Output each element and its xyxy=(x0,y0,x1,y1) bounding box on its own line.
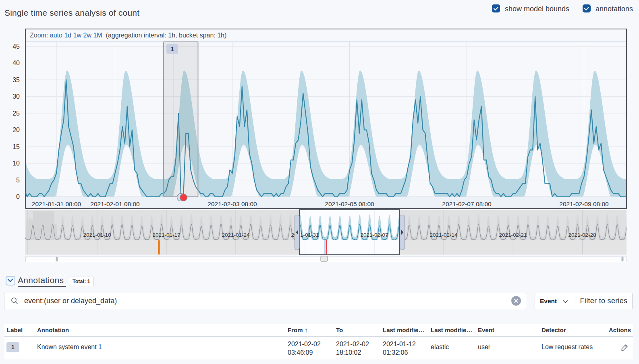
svg-text:45: 45 xyxy=(12,43,20,50)
svg-text:1: 1 xyxy=(170,46,174,52)
svg-text:2021-02-05 08:00: 2021-02-05 08:00 xyxy=(325,201,374,207)
svg-text:25: 25 xyxy=(12,110,20,117)
svg-text:2021-02-07: 2021-02-07 xyxy=(360,232,388,238)
svg-text:40: 40 xyxy=(12,60,20,66)
svg-text:35: 35 xyxy=(12,77,20,83)
svg-text:2021-02-21: 2021-02-21 xyxy=(499,232,527,238)
svg-text:Zoom: auto 1d 1w 2w 1M (aggre: Zoom: auto 1d 1w 2w 1M (aggregation inte… xyxy=(30,32,226,39)
svg-text:2021-02-03 08:00: 2021-02-03 08:00 xyxy=(207,201,257,207)
svg-text:2021-02-09 08:00: 2021-02-09 08:00 xyxy=(559,201,609,207)
svg-text:2021-01-31 08:00: 2021-01-31 08:00 xyxy=(32,201,81,207)
svg-text:2021-02-28: 2021-02-28 xyxy=(568,232,596,238)
svg-text:15: 15 xyxy=(12,143,20,150)
svg-text:2021-02-07 08:00: 2021-02-07 08:00 xyxy=(442,201,492,207)
svg-text:2021-02-01 08:00: 2021-02-01 08:00 xyxy=(90,201,140,207)
svg-text:10: 10 xyxy=(12,160,20,167)
svg-text:2021-01-17: 2021-01-17 xyxy=(152,232,180,238)
svg-text:2021-01-10: 2021-01-10 xyxy=(83,232,111,238)
svg-text:30: 30 xyxy=(12,93,20,100)
svg-text:2021-02-14: 2021-02-14 xyxy=(429,232,458,238)
svg-text:0: 0 xyxy=(16,193,20,200)
svg-text:20: 20 xyxy=(12,126,20,133)
svg-text:5: 5 xyxy=(16,177,20,184)
svg-text:2021-01-24: 2021-01-24 xyxy=(222,232,250,238)
